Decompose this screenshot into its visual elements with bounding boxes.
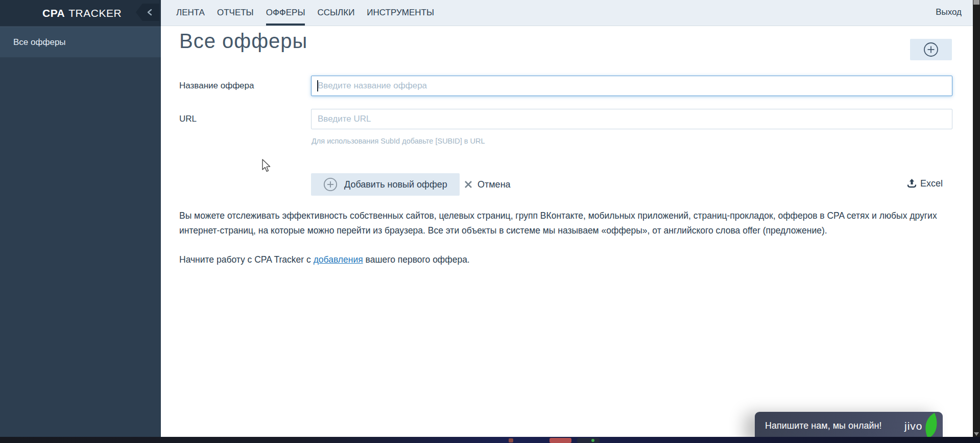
- offer-name-label: Название оффера: [179, 81, 254, 91]
- offer-name-input[interactable]: [311, 76, 952, 96]
- status-dot: [591, 439, 594, 442]
- excel-label: Excel: [920, 178, 943, 189]
- circle-plus-icon: [923, 42, 939, 57]
- add-new-offer-button[interactable]: Добавить новый оффер: [311, 173, 460, 196]
- scrollbar-down-arrow-icon[interactable]: [974, 432, 979, 436]
- offer-name-field-wrap: [311, 76, 952, 96]
- tab-offery[interactable]: ОФФЕРЫ: [266, 0, 305, 26]
- taskbar-icon[interactable]: [509, 438, 513, 442]
- p2-suffix: вашего первого оффера.: [363, 254, 470, 265]
- os-taskbar-sliver: [0, 437, 980, 443]
- x-icon: [464, 180, 472, 189]
- upload-icon: [907, 178, 917, 189]
- cancel-button[interactable]: Отмена: [464, 173, 511, 196]
- cancel-label: Отмена: [477, 179, 511, 190]
- tab-lenta[interactable]: ЛЕНТА: [176, 0, 205, 26]
- chat-message: Напишите нам, мы онлайн!: [765, 412, 881, 440]
- sidebar-item-label: Все офферы: [13, 37, 66, 48]
- brand-bold: CPA: [42, 7, 65, 19]
- brand-logo: CPA TRACKER: [0, 0, 161, 26]
- tab-instrumenty[interactable]: ИНСТРУМЕНТЫ: [367, 0, 434, 26]
- text-caret: [317, 80, 318, 91]
- url-field-wrap: [311, 109, 952, 129]
- vertical-scrollbar[interactable]: [973, 0, 980, 443]
- getting-started-paragraph: Начните работу с CPA Tracker с добавлени…: [179, 252, 948, 267]
- jivo-logo: jivo: [904, 412, 923, 440]
- top-navigation: ЛЕНТА ОТЧЕТЫ ОФФЕРЫ ССЫЛКИ ИНСТРУМЕНТЫ В…: [161, 0, 973, 26]
- sidebar: CPA TRACKER Все офферы: [0, 0, 161, 437]
- tab-ssylki[interactable]: ССЫЛКИ: [317, 0, 354, 26]
- description-paragraph: Вы можете отслеживать эффективность собс…: [179, 208, 948, 238]
- circle-plus-icon: [323, 177, 338, 192]
- add-new-offer-label: Добавить новый оффер: [344, 179, 447, 190]
- excel-export-button[interactable]: Excel: [907, 177, 943, 190]
- chevron-left-icon: [147, 9, 152, 16]
- page-title: Все офферы: [179, 30, 307, 53]
- url-input[interactable]: [311, 109, 952, 129]
- taskbar-red-item[interactable]: [549, 438, 571, 443]
- mouse-cursor: [261, 159, 272, 173]
- add-offer-top-button[interactable]: [910, 39, 952, 60]
- tab-otchety[interactable]: ОТЧЕТЫ: [217, 0, 254, 26]
- sidebar-collapse-button[interactable]: [136, 4, 159, 21]
- taskbar-gray-item[interactable]: [577, 438, 600, 443]
- p2-prefix: Начните работу с CPA Tracker с: [179, 254, 314, 265]
- url-label: URL: [179, 114, 197, 124]
- scrollbar-thumb[interactable]: [973, 0, 979, 5]
- sidebar-item-all-offers[interactable]: Все офферы: [0, 27, 161, 58]
- brand-rest: TRACKER: [68, 7, 122, 19]
- subid-hint: Для использования SubId добавьте [SUBID]…: [312, 137, 485, 145]
- logout-link[interactable]: Выход: [936, 0, 962, 24]
- add-offer-link[interactable]: добавления: [314, 254, 363, 265]
- leaf-icon: [921, 413, 942, 439]
